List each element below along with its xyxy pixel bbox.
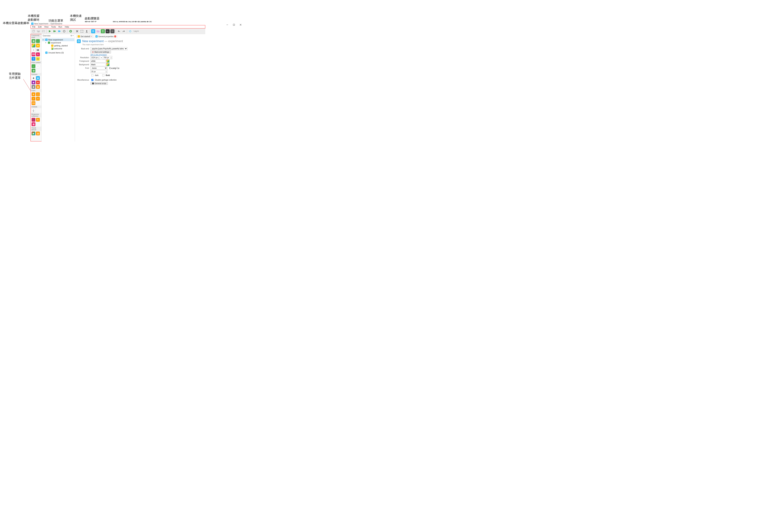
lbl-misc: Miscellaneous: [76, 79, 90, 81]
toolbox-item-icon[interactable]: py: [36, 57, 40, 61]
font-family-select[interactable]: mono: [90, 67, 107, 70]
tree-welcome[interactable]: welcome: [42, 47, 74, 50]
os-min[interactable]: [226, 24, 228, 26]
toolbox-group-label: Visual stimuli: [31, 127, 41, 131]
menu-item[interactable]: View: [43, 26, 50, 28]
toolbox-item-icon[interactable]: ▮▮: [36, 48, 40, 52]
menu-item[interactable]: Run: [57, 26, 63, 28]
toolbox-item-icon[interactable]: ↑: [36, 64, 40, 68]
run-quick-icon[interactable]: [57, 29, 61, 33]
anno-window-script: 本機視窗 啟動腳本: [28, 14, 40, 22]
toolbox-item-icon[interactable]: ▦: [31, 122, 35, 126]
editor-subtitle: The main experiment item: [82, 44, 204, 46]
tree-unused[interactable]: UUnused items (0): [42, 51, 74, 54]
toolbox-item-icon[interactable]: 🖱: [36, 52, 40, 56]
tree-getting_started[interactable]: !getting_started: [42, 44, 74, 47]
general-script-button[interactable]: ▯General script: [90, 82, 108, 85]
stop-icon[interactable]: [62, 29, 66, 33]
open-file-icon[interactable]: [36, 29, 40, 33]
svg-marker-20: [55, 30, 56, 32]
close-icon[interactable]: ×: [114, 35, 116, 37]
backend-settings-button[interactable]: ⚙Back-end settings: [90, 51, 111, 53]
bg-color-swatch[interactable]: [106, 63, 109, 66]
toolbox-item-icon[interactable]: ◉: [31, 80, 35, 84]
os-close[interactable]: [239, 24, 242, 26]
toolbox-item-icon[interactable]: ▦: [31, 39, 35, 43]
toolbox-item-icon[interactable]: ♫: [31, 48, 35, 52]
overview-toggle-icon[interactable]: [91, 29, 95, 33]
toolbox-item-icon[interactable]: ↓: [36, 39, 40, 43]
toolbox-item-icon[interactable]: ▶: [31, 131, 35, 135]
font-size-input[interactable]: 18 px▲▼: [90, 70, 107, 73]
toolbox-item-icon[interactable]: {}: [31, 109, 35, 113]
save-icon[interactable]: [41, 29, 45, 33]
fullscreen-toggle-icon[interactable]: [80, 29, 84, 33]
toolbox-item-icon[interactable]: ↻: [36, 118, 40, 122]
script-icon[interactable]: [110, 29, 114, 33]
fg-input[interactable]: [90, 60, 106, 63]
toolbox-item-icon[interactable]: ✓: [31, 97, 35, 101]
toolbox-item-icon[interactable]: ◉: [31, 85, 35, 89]
gc-checkbox[interactable]: [91, 79, 94, 81]
login-link[interactable]: Log in: [134, 30, 139, 32]
menu-item[interactable]: Tools: [50, 26, 57, 28]
res-h-input[interactable]: 768 px▲▼: [103, 56, 112, 59]
toolbox-item-icon[interactable]: Ab: [31, 101, 35, 105]
tree-experiment[interactable]: ▾↓experiment: [42, 41, 74, 44]
heading-name: New experiment: [82, 40, 104, 43]
menu-item[interactable]: File: [31, 26, 37, 28]
toolbox-item-icon[interactable]: ◉: [36, 85, 40, 89]
heading-type: experiment: [108, 40, 123, 43]
experiment-icon: O: [77, 39, 81, 43]
menu-item[interactable]: Help: [64, 26, 70, 28]
bold-checkbox[interactable]: [102, 74, 104, 77]
toolbox-item-icon[interactable]: 🎮: [31, 118, 35, 122]
toolbox-item-icon[interactable]: ≡: [36, 97, 40, 101]
editor-tabs: !Get started!× OGeneral properties×: [76, 35, 204, 38]
console-icon[interactable]: [106, 29, 110, 33]
os-max[interactable]: [233, 24, 235, 26]
tree-root[interactable]: ▾ONew experiment: [42, 38, 74, 41]
menu-item[interactable]: Edit: [37, 26, 43, 28]
toolbox-item-icon[interactable]: ◉: [36, 76, 40, 80]
toolbox-item-icon[interactable]: ▨: [36, 131, 40, 135]
run-browser-icon[interactable]: [69, 29, 73, 33]
redo-icon[interactable]: [122, 29, 126, 33]
toolbox-item-icon[interactable]: ↔: [31, 64, 35, 68]
toolbox-item-icon[interactable]: ⠿: [31, 57, 35, 61]
toolbox-item-icon[interactable]: ◑: [31, 69, 35, 73]
overview-undock-icon[interactable]: ⧉×: [71, 35, 74, 37]
toolbox-item-icon[interactable]: ◉: [31, 76, 35, 80]
filepool-toggle-icon[interactable]: [96, 29, 100, 33]
svg-marker-38: [129, 31, 130, 32]
toolbox-item-icon[interactable]: ●: [36, 80, 40, 84]
toolbox-item-icon[interactable]: ⌨: [31, 52, 35, 56]
tab-general[interactable]: OGeneral properties×: [94, 35, 117, 38]
close-tab-icon[interactable]: [75, 29, 79, 33]
run-fullscreen-icon[interactable]: [48, 29, 52, 33]
toolbox-item-icon[interactable]: ▢: [36, 92, 40, 96]
toolbox-item-icon[interactable]: ●: [36, 43, 40, 48]
undo-icon[interactable]: [117, 29, 121, 33]
tab-get-started[interactable]: !Get started!×: [76, 35, 93, 38]
font-example: Example: [109, 67, 119, 70]
res-w-input[interactable]: 1024 px▲▼: [90, 56, 100, 59]
variable-inspector-icon[interactable]: [101, 29, 105, 33]
toolbox-group-label: Flow control: [31, 61, 41, 64]
svg-marker-18: [49, 30, 51, 32]
run-window-icon[interactable]: [52, 29, 57, 33]
overview-tree: ▾ONew experiment ▾↓experiment !getting_s…: [42, 38, 75, 55]
toolbox-item-icon[interactable]: [31, 43, 35, 48]
backend-select[interactable]: psycho [uses PsychoPy, powerful stimulus…: [90, 47, 127, 50]
sync-icon[interactable]: [128, 29, 132, 33]
close-icon[interactable]: ×: [91, 35, 92, 37]
new-file-icon[interactable]: [32, 29, 36, 33]
italic-checkbox[interactable]: [91, 74, 94, 77]
toolbox-item-icon[interactable]: ≣: [31, 92, 35, 96]
editor-panel: !Get started!× OGeneral properties× O Ne…: [75, 34, 205, 141]
bg-input[interactable]: [90, 63, 106, 66]
upload-icon[interactable]: [85, 29, 89, 33]
lbl-bold: Bold: [106, 74, 110, 76]
fg-color-swatch[interactable]: [106, 60, 109, 63]
backend-why-link[interactable]: Why is this important?: [90, 54, 107, 56]
